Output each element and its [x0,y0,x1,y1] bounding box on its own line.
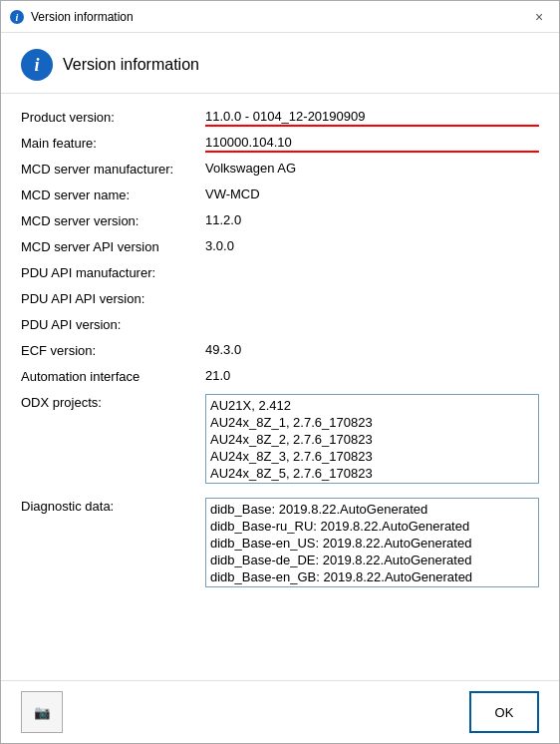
field-row-pdu-version: PDU API version: [21,313,539,339]
field-row-mcd-name: MCD server name: VW-MCD [21,184,539,209]
list-item: AU21X, 2.412 [210,397,534,414]
field-row-diagnostic-data: Diagnostic data: didb_Base: 2019.8.22.Au… [21,495,539,590]
info-icon: i [21,49,53,81]
svg-text:i: i [16,12,19,23]
label-odx-projects: ODX projects: [21,394,205,410]
field-row-product-version: Product version: 11.0.0 - 0104_12-201909… [21,106,539,132]
field-row-automation: Automation interface 21.0 [21,365,539,391]
list-item: didb_Base-en_US: 2019.8.22.AutoGenerated [210,535,534,552]
odx-projects-container: AU21X, 2.412AU24x_8Z_1, 2.7.6_170823AU24… [205,394,539,484]
camera-icon: 📷 [34,705,51,720]
value-automation: 21.0 [205,368,539,383]
label-product-version: Product version: [21,109,205,125]
value-mcd-manufacturer: Volkswagen AG [205,161,539,176]
diagnostic-data-container: didb_Base: 2019.8.22.AutoGenerateddidb_B… [205,498,539,587]
label-main-feature: Main feature: [21,135,205,151]
diagnostic-data-listbox[interactable]: didb_Base: 2019.8.22.AutoGenerateddidb_B… [205,498,539,587]
title-bar-app-icon: i [9,9,25,25]
label-mcd-api-version: MCD server API version [21,238,205,254]
field-row-pdu-manufacturer: PDU API manufacturer: [21,261,539,287]
value-mcd-name: VW-MCD [205,186,539,201]
label-mcd-name: MCD server name: [21,186,205,202]
label-mcd-manufacturer: MCD server manufacturer: [21,161,205,177]
field-row-mcd-manufacturer: MCD server manufacturer: Volkswagen AG [21,158,539,184]
label-diagnostic-data: Diagnostic data: [21,498,205,514]
label-automation: Automation interface [21,368,205,384]
field-row-mcd-version: MCD server version: 11.2.0 [21,209,539,235]
title-bar: i Version information × [1,1,559,33]
list-item: AU27X, 2.86 [210,482,534,484]
value-product-version: 11.0.0 - 0104_12-20190909 [205,109,539,127]
list-item: didb_Base-de_DE: 2019.8.22.AutoGenerated [210,552,534,568]
value-ecf-version: 49.3.0 [205,342,539,357]
list-item: didb_Base-ru_RU: 2019.8.22.AutoGenerated [210,518,534,535]
ok-button[interactable]: OK [469,691,539,733]
dialog-header: i Version information [1,33,559,94]
field-row-pdu-api-version: PDU API API version: [21,287,539,313]
list-item: AU24x_8Z_3, 2.7.6_170823 [210,448,534,465]
value-mcd-version: 11.2.0 [205,212,539,227]
list-item: AU24x_8Z_2, 2.7.6_170823 [210,431,534,448]
field-row-mcd-api-version: MCD server API version 3.0.0 [21,235,539,261]
value-main-feature: 110000.104.10 [205,135,539,153]
version-info-window: i Version information × i Version inform… [0,0,560,744]
list-item: didb_Base: 2019.8.22.AutoGenerated [210,501,534,518]
list-item: didb_Base-en_GB: 2019.8.22.AutoGenerated [210,568,534,585]
label-pdu-version: PDU API version: [21,316,205,332]
dialog-title: Version information [63,56,199,74]
label-pdu-manufacturer: PDU API manufacturer: [21,264,205,280]
content-area: Product version: 11.0.0 - 0104_12-201909… [1,94,559,680]
label-pdu-api-version: PDU API API version: [21,290,205,306]
field-row-ecf-version: ECF version: 49.3.0 [21,339,539,365]
odx-projects-listbox[interactable]: AU21X, 2.412AU24x_8Z_1, 2.7.6_170823AU24… [205,394,539,484]
value-mcd-api-version: 3.0.0 [205,238,539,253]
field-row-odx-projects: ODX projects: AU21X, 2.412AU24x_8Z_1, 2.… [21,391,539,487]
field-row-main-feature: Main feature: 110000.104.10 [21,132,539,158]
list-item: AU24x_8Z_5, 2.7.6_170823 [210,465,534,482]
title-bar-left: i Version information [9,9,134,25]
label-mcd-version: MCD server version: [21,212,205,228]
list-item: didb_GES-s: 900.17.0 [210,585,534,587]
label-ecf-version: ECF version: [21,342,205,358]
list-item: AU24x_8Z_1, 2.7.6_170823 [210,414,534,431]
title-bar-title: Version information [31,10,134,24]
close-button[interactable]: × [527,5,551,29]
camera-button[interactable]: 📷 [21,691,63,733]
footer: 📷 OK [1,680,559,743]
